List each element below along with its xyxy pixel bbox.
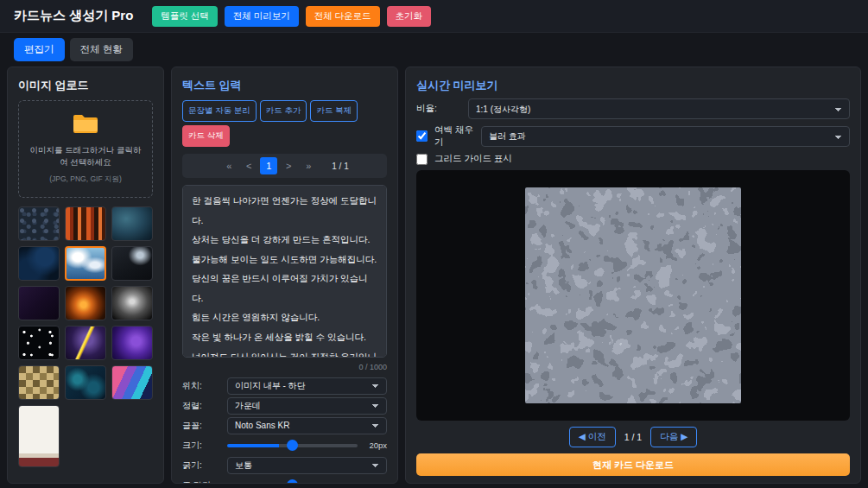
image-dropzone[interactable]: 이미지를 드래그하거나 클릭하여 선택하세요 (JPG, PNG, GIF 지원… (18, 100, 153, 198)
preview-canvas-area (416, 170, 850, 421)
reset-button[interactable]: 초기화 (387, 6, 432, 27)
size-label: 크기: (182, 440, 222, 452)
download-all-button[interactable]: 전체 다운로드 (306, 6, 380, 27)
image-thumbnail[interactable] (18, 365, 60, 400)
align-select[interactable]: 가운데 (227, 397, 387, 415)
tab-overview[interactable]: 전체 현황 (70, 38, 133, 61)
image-thumbnail[interactable] (111, 326, 153, 360)
card-actions: 문장별 자동 분리 카드 추가 카드 복제 카드 삭제 (182, 100, 387, 147)
main-content: 이미지 업로드 이미지를 드래그하거나 클릭하여 선택하세요 (JPG, PNG… (0, 67, 868, 488)
line-spacing-slider[interactable] (227, 484, 358, 485)
preview-nav: ◀ 이전 1 / 1 다음 ▶ (416, 427, 850, 447)
pager-page-button[interactable]: 1 (260, 157, 277, 174)
duplicate-card-button[interactable]: 카드 복제 (310, 100, 358, 122)
image-thumbnail[interactable] (65, 286, 106, 320)
position-field: 위치: 이미지 내부 - 하단 (182, 377, 387, 395)
prev-card-button[interactable]: ◀ 이전 (569, 427, 616, 447)
image-thumbnail[interactable] (18, 326, 60, 360)
image-thumbnail[interactable] (65, 326, 106, 360)
preview-all-button[interactable]: 전체 미리보기 (225, 6, 299, 27)
pager-indicator: 1 / 1 (332, 162, 348, 171)
card-text-input[interactable]: 한 걸음씩 나아가면 언젠가는 정상에 도달합니다. 상처는 당신을 더 강하게… (182, 185, 387, 358)
upload-panel-title: 이미지 업로드 (18, 78, 153, 93)
dropzone-text: 이미지를 드래그하거나 클릭하여 선택하세요 (26, 144, 145, 169)
margin-fill-row: 여백 채우기 블러 효과 (416, 124, 850, 148)
line-spacing-field: 줄 간격: 1.2 (182, 476, 387, 484)
download-current-card-button[interactable]: 현재 카드 다운로드 (416, 453, 850, 476)
grid-guide-row: 그리드 가이드 표시 (416, 153, 850, 165)
weight-label: 굵기: (182, 459, 222, 472)
ratio-label: 비율: (416, 103, 461, 115)
line-spacing-label: 줄 간격: (182, 479, 222, 485)
grid-guide-label: 그리드 가이드 표시 (434, 153, 512, 165)
weight-select[interactable]: 보통 (227, 457, 387, 474)
char-count: 0 / 1000 (182, 363, 387, 371)
preview-card-image (525, 187, 741, 403)
app-title: 카드뉴스 생성기 Pro (14, 8, 133, 24)
pager-last-button[interactable]: » (300, 157, 317, 174)
thumbnail-grid (18, 206, 153, 467)
pager-first-button[interactable]: « (220, 157, 238, 174)
template-select-button[interactable]: 템플릿 선택 (152, 6, 217, 27)
image-thumbnail[interactable] (18, 405, 60, 467)
delete-card-button[interactable]: 카드 삭제 (182, 125, 230, 147)
folder-icon (73, 113, 98, 134)
image-thumbnail[interactable] (111, 365, 153, 400)
auto-split-button[interactable]: 문장별 자동 분리 (182, 100, 257, 122)
image-thumbnail[interactable] (65, 206, 106, 241)
image-thumbnail[interactable] (18, 286, 60, 320)
weight-field: 굵기: 보통 (182, 456, 387, 474)
image-thumbnail[interactable] (111, 246, 153, 281)
tab-bar: 편집기 전체 현황 (0, 33, 868, 67)
image-upload-panel: 이미지 업로드 이미지를 드래그하거나 클릭하여 선택하세요 (JPG, PNG… (7, 67, 164, 484)
next-card-button[interactable]: 다음 ▶ (650, 427, 697, 447)
card-pager: « < 1 > » 1 / 1 (182, 154, 387, 178)
size-slider[interactable] (227, 444, 358, 447)
pager-next-button[interactable]: > (280, 157, 297, 174)
pager-prev-button[interactable]: < (240, 157, 257, 174)
text-panel-title: 텍스트 입력 (182, 78, 387, 93)
image-thumbnail[interactable] (111, 206, 153, 241)
image-thumbnail[interactable] (18, 246, 60, 281)
font-label: 글꼴: (182, 420, 222, 432)
margin-fill-checkbox[interactable] (416, 130, 428, 142)
font-select[interactable]: Noto Sans KR (227, 417, 387, 434)
app-header: 카드뉴스 생성기 Pro 템플릿 선택 전체 미리보기 전체 다운로드 초기화 (0, 0, 868, 33)
image-thumbnail-selected[interactable] (65, 246, 106, 281)
preview-panel-title: 실시간 미리보기 (416, 78, 850, 93)
dropzone-hint: (JPG, PNG, GIF 지원) (26, 174, 145, 185)
grid-guide-checkbox[interactable] (416, 154, 428, 165)
position-select[interactable]: 이미지 내부 - 하단 (227, 377, 387, 395)
font-field: 글꼴: Noto Sans KR (182, 416, 387, 434)
live-preview-panel: 실시간 미리보기 비율: 1:1 (정사각형) 여백 채우기 블러 효과 그리드… (405, 67, 861, 484)
image-thumbnail[interactable] (18, 206, 60, 241)
image-thumbnail[interactable] (65, 365, 106, 400)
position-label: 위치: (182, 380, 222, 392)
margin-fill-label: 여백 채우기 (434, 124, 474, 148)
size-value: 20px (363, 440, 387, 450)
ratio-row: 비율: 1:1 (정사각형) (416, 98, 850, 119)
ratio-select[interactable]: 1:1 (정사각형) (468, 98, 850, 119)
add-card-button[interactable]: 카드 추가 (260, 100, 307, 122)
preview-page-indicator: 1 / 1 (624, 432, 642, 442)
align-field: 정렬: 가운데 (182, 396, 387, 415)
text-input-panel: 텍스트 입력 문장별 자동 분리 카드 추가 카드 복제 카드 삭제 « < 1… (171, 67, 398, 484)
tab-editor[interactable]: 편집기 (14, 38, 65, 61)
margin-fill-select[interactable]: 블러 효과 (481, 126, 850, 147)
size-field: 크기: 20px (182, 436, 387, 454)
align-label: 정렬: (182, 400, 222, 412)
image-thumbnail[interactable] (111, 286, 153, 320)
line-spacing-value: 1.2 (363, 480, 387, 484)
